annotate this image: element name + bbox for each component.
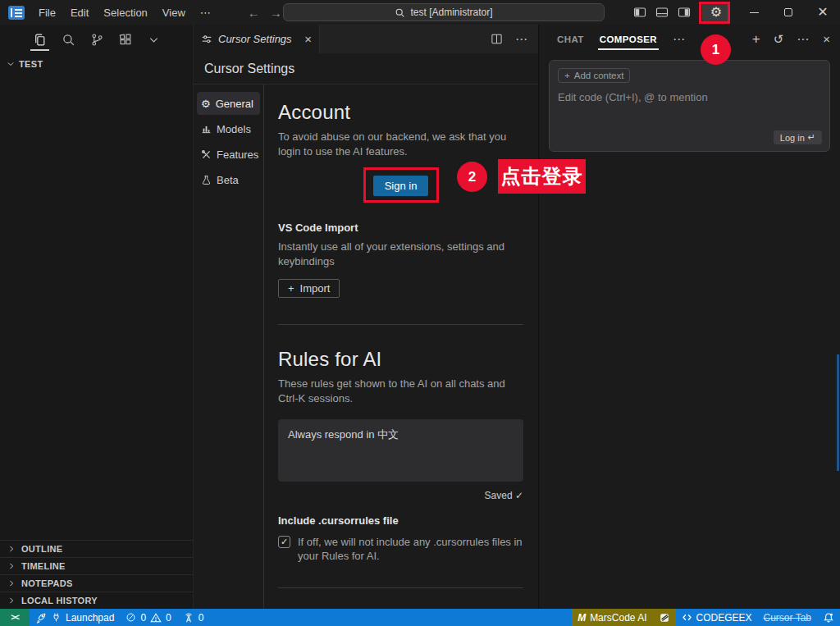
- search-icon: [395, 7, 405, 18]
- menu-selection[interactable]: Selection: [96, 4, 154, 21]
- window-maximize-button[interactable]: [771, 0, 806, 25]
- rocket-icon: [35, 612, 47, 624]
- cursor-tab-status-item[interactable]: Cursor Tab: [758, 609, 817, 626]
- rules-saved-status: Saved ✓: [278, 490, 523, 501]
- codegeex-status-item[interactable]: CODEGEEX: [676, 609, 758, 626]
- chat-panel: CHAT COMPOSER ⋯ + ↺ ⋯ × + Add context Ed…: [538, 25, 840, 609]
- chat-more-actions-icon[interactable]: ⋯: [797, 33, 810, 45]
- bar-chart-icon: [201, 124, 212, 135]
- explorer-root-folder[interactable]: TEST: [0, 55, 193, 69]
- annotation-login-tip: 点击登录: [498, 159, 586, 194]
- minimize-icon: [750, 12, 759, 13]
- settings-nav-beta[interactable]: Beta: [197, 168, 260, 191]
- history-forward-icon[interactable]: →: [270, 6, 282, 20]
- new-chat-icon[interactable]: +: [752, 32, 760, 46]
- launchpad-status-item[interactable]: Launchpad: [30, 609, 120, 626]
- split-editor-icon[interactable]: [491, 33, 503, 45]
- cursorrules-checkbox[interactable]: ✓: [278, 536, 290, 548]
- remote-icon: ><: [11, 613, 19, 622]
- tab-close-icon[interactable]: ×: [304, 32, 312, 46]
- history-back-icon[interactable]: ←: [248, 6, 260, 20]
- ports-status-item[interactable]: 0: [177, 609, 210, 626]
- menu-file[interactable]: File: [31, 4, 63, 21]
- broadcast-icon: [183, 612, 194, 624]
- marscode-extension-status-item[interactable]: [653, 609, 676, 626]
- sliders-icon: [201, 34, 212, 45]
- error-count: 0: [140, 612, 146, 624]
- launchpad-label: Launchpad: [66, 612, 114, 624]
- remote-indicator[interactable]: ><: [0, 609, 30, 626]
- notifications-status-item[interactable]: [817, 609, 840, 626]
- problems-status-item[interactable]: 0 0: [120, 609, 176, 626]
- marscode-status-item[interactable]: M MarsCode AI: [572, 609, 652, 626]
- extensions-icon[interactable]: [119, 33, 133, 47]
- import-button[interactable]: + Import: [278, 279, 340, 298]
- history-icon[interactable]: ↺: [774, 33, 784, 45]
- vscode-import-heading: VS Code Import: [278, 222, 523, 234]
- sidebar-section-timeline[interactable]: TIMELINE: [0, 557, 193, 574]
- add-context-chip[interactable]: + Add context: [558, 68, 630, 83]
- error-icon: [126, 612, 136, 623]
- bell-icon: [823, 612, 834, 624]
- search-value: test [Administrator]: [410, 7, 492, 18]
- settings-nav-features[interactable]: Features: [197, 143, 260, 166]
- editor-group: Cursor Settings × ⋯ Cursor Settings ⚙ Ge…: [194, 25, 538, 609]
- rules-heading: Rules for AI: [278, 348, 523, 371]
- maximize-icon: [784, 8, 792, 16]
- toggle-sidebar-icon[interactable]: [633, 6, 646, 19]
- toggle-secondary-sidebar-icon[interactable]: [678, 6, 691, 19]
- close-panel-icon[interactable]: ×: [823, 33, 830, 45]
- settings-nav-general[interactable]: ⚙ General: [197, 92, 260, 115]
- toggle-panel-icon[interactable]: [655, 6, 669, 19]
- nav-label: Features: [217, 149, 258, 161]
- tab-cursor-settings[interactable]: Cursor Settings ×: [194, 25, 320, 53]
- import-label: Import: [300, 282, 331, 295]
- editor-more-actions-icon[interactable]: ⋯: [515, 33, 528, 45]
- section-label: NOTEPADS: [21, 578, 73, 588]
- search-view-icon[interactable]: [62, 33, 75, 47]
- menu-edit[interactable]: Edit: [63, 4, 96, 21]
- chevron-right-icon: [7, 596, 16, 605]
- check-icon: ✓: [281, 537, 288, 547]
- codegeex-icon: [682, 612, 692, 623]
- rules-textarea[interactable]: Always respond in 中文: [278, 419, 523, 482]
- annotation-signin-highlight: [363, 167, 439, 203]
- sidebar-section-outline[interactable]: OUTLINE: [0, 540, 193, 557]
- explorer-icon[interactable]: [33, 33, 47, 47]
- window-close-button[interactable]: ✕: [806, 0, 840, 25]
- explorer-sidebar: TEST OUTLINE TIMELINE NOTEPADS LOCAL HIS…: [0, 25, 194, 609]
- composer-input-box[interactable]: + Add context Edit code (Ctrl+I), @ to m…: [549, 60, 830, 152]
- add-context-label: Add context: [574, 71, 624, 80]
- settings-nav-models[interactable]: Models: [197, 117, 260, 140]
- root-folder-label: TEST: [19, 59, 43, 69]
- source-control-icon[interactable]: [90, 33, 104, 47]
- ports-count: 0: [199, 612, 204, 624]
- warning-count: 0: [166, 612, 171, 624]
- chevron-right-icon: [7, 545, 16, 553]
- account-description: To avoid abuse on our backend, we ask th…: [278, 130, 523, 159]
- sidebar-section-local-history[interactable]: LOCAL HISTORY: [0, 592, 193, 609]
- tab-chat[interactable]: CHAT: [557, 34, 584, 44]
- section-label: LOCAL HISTORY: [21, 596, 98, 605]
- annotation-step-1: 1: [701, 34, 731, 65]
- window-edge-scrollbar[interactable]: [837, 354, 839, 471]
- settings-content: Account To avoid abuse on our backend, w…: [264, 85, 538, 609]
- tab-composer[interactable]: COMPOSER: [600, 34, 657, 44]
- section-label: TIMELINE: [21, 561, 66, 571]
- sidebar-section-notepads[interactable]: NOTEPADS: [0, 574, 193, 592]
- annotation-step-2: 2: [457, 162, 487, 192]
- menu-view[interactable]: View: [155, 4, 193, 21]
- explorer-empty-area: [0, 69, 193, 540]
- enter-key-icon: ↵: [808, 132, 815, 143]
- close-icon: ✕: [817, 6, 828, 19]
- nav-label: Models: [217, 123, 251, 135]
- chat-tabs-more-icon[interactable]: ⋯: [673, 33, 686, 45]
- more-views-chevron-icon[interactable]: [148, 34, 160, 46]
- window-minimize-button[interactable]: [737, 0, 771, 25]
- tab-title: Cursor Settings: [218, 33, 292, 45]
- flask-icon: [201, 175, 212, 185]
- cursorrules-description: If off, we will not include any .cursorr…: [298, 535, 523, 563]
- log-in-button[interactable]: Log in ↵: [774, 130, 822, 144]
- menu-more-icon[interactable]: ⋯: [193, 4, 218, 21]
- command-center-search[interactable]: test [Administrator]: [283, 3, 605, 21]
